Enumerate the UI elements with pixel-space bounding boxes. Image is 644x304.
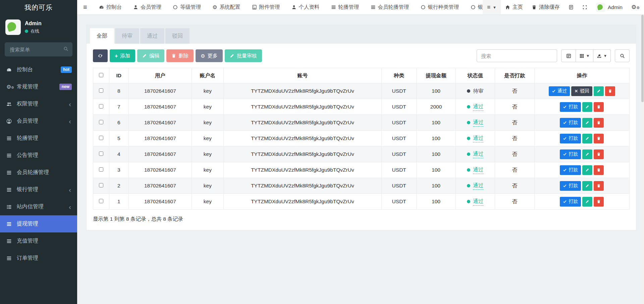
row-checkbox[interactable]: [99, 120, 103, 124]
sidebar-item-6[interactable]: 公告管理: [0, 147, 77, 164]
row-checkbox[interactable]: [99, 136, 103, 140]
pay-button[interactable]: 打款: [560, 118, 581, 128]
edit-button[interactable]: [582, 134, 592, 143]
tab-4[interactable]: 驳回: [165, 28, 190, 44]
delete-button[interactable]: [594, 102, 604, 112]
search-toggle-button[interactable]: [615, 49, 630, 62]
topnav-item-5[interactable]: 附件管理: [246, 0, 286, 14]
delete-button[interactable]: [594, 181, 604, 191]
toggle-view-button[interactable]: [561, 49, 576, 62]
home-button[interactable]: 主页: [501, 0, 527, 14]
sidebar-item-11[interactable]: 充值管理: [0, 232, 77, 250]
menu-search-input[interactable]: [5, 42, 72, 56]
refresh-button[interactable]: [93, 49, 108, 62]
row-checkbox[interactable]: [99, 199, 103, 203]
pass-button[interactable]: 通过: [549, 86, 570, 96]
tab-3[interactable]: 通过: [140, 28, 164, 44]
pay-button[interactable]: 打款: [560, 102, 581, 112]
pay-button[interactable]: 打款: [560, 149, 581, 159]
pay-button[interactable]: 打款: [560, 197, 581, 207]
topnav-item-1[interactable]: 控制台: [93, 0, 128, 14]
pay-button[interactable]: 打款: [560, 134, 581, 143]
edit-button[interactable]: [594, 86, 604, 96]
delete-button[interactable]: [594, 197, 604, 207]
column-header-4[interactable]: 账号: [223, 68, 382, 83]
tab-2[interactable]: 待审: [115, 28, 139, 44]
reject-button[interactable]: 驳回: [571, 86, 592, 96]
batch-audit-button[interactable]: 批量审核: [225, 49, 262, 62]
page-scrollbar[interactable]: [641, 15, 644, 304]
fullscreen-button[interactable]: [578, 0, 592, 14]
sidebar-item-12[interactable]: 订单管理: [0, 250, 77, 267]
status-label[interactable]: 通过: [473, 103, 483, 111]
language-button[interactable]: [564, 0, 578, 14]
topnav-item-7[interactable]: 轮播管理: [325, 0, 365, 14]
row-checkbox[interactable]: [99, 104, 103, 108]
table-search-input[interactable]: [477, 49, 557, 62]
edit-button[interactable]: [582, 181, 592, 191]
row-checkbox[interactable]: [99, 183, 103, 187]
delete-button[interactable]: [594, 134, 604, 143]
column-header-7[interactable]: 状态值: [455, 68, 495, 83]
sidebar-item-10[interactable]: 提现管理: [0, 215, 77, 232]
edit-button[interactable]: 编辑: [137, 49, 164, 62]
sidebar-item-2[interactable]: ⚙⚙常规管理new: [0, 78, 77, 95]
sidebar-item-3[interactable]: 权限管理‹: [0, 95, 77, 113]
topnav-item-label: 等级管理: [180, 4, 201, 11]
more-button[interactable]: ⚙更多: [196, 49, 222, 62]
edit-button[interactable]: [582, 118, 592, 128]
sidebar-item-1[interactable]: 控制台hot: [0, 61, 77, 78]
status-label[interactable]: 通过: [473, 150, 483, 158]
topnav-item-3[interactable]: 等级管理: [167, 0, 207, 14]
status-label[interactable]: 通过: [473, 119, 483, 127]
column-header-5[interactable]: 种类: [382, 68, 417, 83]
row-checkbox[interactable]: [99, 88, 103, 93]
row-checkbox[interactable]: [99, 151, 103, 156]
sidebar-item-4[interactable]: 会员管理‹: [0, 113, 77, 130]
tab-1[interactable]: 全部: [90, 28, 114, 44]
export-button[interactable]: ▼: [593, 49, 611, 62]
select-all-checkbox[interactable]: [99, 73, 103, 77]
sidebar-item-7[interactable]: 会员轮播管理: [0, 164, 77, 181]
edit-button[interactable]: [582, 149, 592, 159]
status-label[interactable]: 通过: [473, 182, 483, 190]
pay-button[interactable]: 打款: [560, 181, 581, 191]
edit-button[interactable]: [582, 165, 592, 175]
delete-button[interactable]: 删除: [166, 49, 194, 62]
sidebar-item-5[interactable]: 轮播管理: [0, 130, 77, 147]
user-menu-button[interactable]: Admin: [592, 0, 627, 14]
sidebar-toggle-icon[interactable]: ≡: [77, 0, 93, 14]
records-summary: 显示第 1 到第 8 条记录，总共 8 条记录: [93, 216, 630, 223]
topnav-item-4[interactable]: ⚙系统配置: [207, 0, 246, 14]
topnav-item-6[interactable]: 个人资料: [286, 0, 325, 14]
topnav-item-10[interactable]: 银行卡管理: [465, 0, 483, 14]
add-button[interactable]: +添加: [110, 49, 135, 62]
status-label[interactable]: 通过: [473, 135, 483, 142]
topnav-item-9[interactable]: 银行种类管理: [415, 0, 465, 14]
topnav-item-8[interactable]: 会员轮播管理: [365, 0, 415, 14]
topnav-item-2[interactable]: 会员管理: [127, 0, 167, 14]
column-header-1[interactable]: ID: [109, 68, 128, 83]
column-header-6[interactable]: 提现金额: [417, 68, 456, 83]
clear-cache-button[interactable]: 清除缓存: [527, 0, 564, 14]
sidebar-item-8[interactable]: 银行管理‹: [0, 181, 77, 198]
column-header-9[interactable]: 操作: [534, 68, 629, 83]
edit-button[interactable]: [582, 197, 592, 207]
column-header-2[interactable]: 用户: [128, 68, 192, 83]
row-checkbox[interactable]: [99, 167, 103, 172]
delete-button[interactable]: [594, 149, 604, 159]
delete-button[interactable]: [605, 86, 615, 96]
status-label[interactable]: 通过: [473, 166, 483, 174]
search-icon[interactable]: [63, 46, 68, 51]
nav-dropdown-button[interactable]: ≡ ▼: [483, 0, 501, 14]
pay-button[interactable]: 打款: [560, 165, 581, 175]
status-label[interactable]: 通过: [473, 198, 483, 206]
settings-button[interactable]: ⚙⚙: [627, 0, 644, 14]
sidebar-item-9[interactable]: 站内信管理‹: [0, 198, 77, 215]
edit-button[interactable]: [582, 102, 592, 112]
delete-button[interactable]: [594, 118, 604, 128]
column-header-8[interactable]: 是否打款: [495, 68, 534, 83]
column-header-3[interactable]: 账户名: [192, 68, 223, 83]
delete-button[interactable]: [594, 165, 604, 175]
columns-button[interactable]: ▼: [576, 49, 593, 62]
